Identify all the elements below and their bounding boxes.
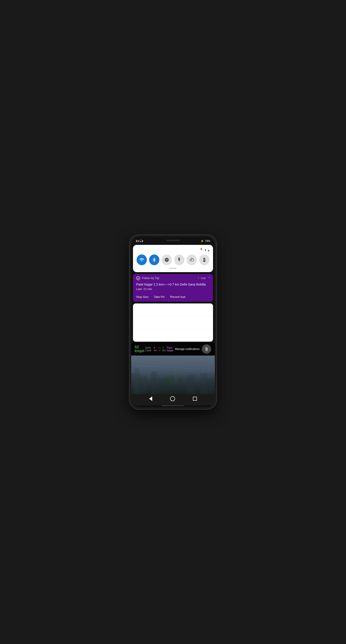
recents-button[interactable] [193,397,197,401]
dnd-icon [164,258,169,262]
svg-rect-13 [207,378,215,394]
station-name: Patel Nagar [167,346,175,352]
wifi-toggle[interactable] [137,254,147,265]
flashlight-icon [177,258,182,262]
empty-notif-slot-2 [133,316,213,329]
route-arrow: <---> [158,346,162,352]
notification-actions: Stop Geo Take Pic Record Aud [133,294,213,302]
charging-icon: ⚡ [201,240,204,242]
paperclip-icon [204,347,209,351]
manage-notifications-button[interactable]: Manage notifications [175,346,200,352]
notification-subtitle: Late: 22 min [136,287,210,291]
earpiece-speaker [166,240,180,241]
route-label: Delhi Cantt [145,346,153,352]
map-background [131,356,215,394]
svg-line-1 [131,368,215,372]
route-km1: 5 km [154,346,157,352]
notif-app-name: Follow my Trip [142,276,196,280]
svg-rect-9 [151,372,157,394]
notification-header: ⊕ Follow my Trip • now ^ [133,274,213,282]
attachment-button[interactable] [202,344,211,354]
notification-title: Patel Nagar 2.2 km<--->0.7 km Delhi Sara… [136,282,210,287]
back-button[interactable] [149,396,152,401]
quick-settings-panel: 📍 ▾ ▴ [133,245,213,272]
autorotate-icon [189,258,194,262]
battery-saver-toggle[interactable] [199,254,209,265]
empty-notif-slot-3 [133,329,213,342]
recents-square-icon [193,397,197,401]
navigation-bar [131,394,215,405]
svg-point-16 [178,378,183,384]
signal-status-icon: ▴ [208,248,209,252]
bottom-indicator-bar [162,405,184,406]
speed-display: 62 kmph [135,345,144,353]
qs-status-row: 📍 ▾ ▴ [137,248,209,252]
svg-line-0 [131,365,215,370]
empty-notif-slot-1 [133,304,213,316]
wifi-status-icon: ▾ [205,248,206,252]
record-aud-button[interactable]: Record Aud [170,295,185,298]
notification-card: ⊕ Follow my Trip • now ^ Patel Nagar 2.2… [133,274,213,302]
bluetooth-toggle[interactable] [149,254,159,265]
quick-settings-toggles [137,254,209,265]
notif-app-icon: ⊕ [136,276,140,280]
battery-percentage: 76% [205,240,210,242]
battery-saver-icon [202,258,207,262]
svg-rect-8 [140,376,147,394]
quick-settings-handle [169,268,177,268]
dnd-toggle[interactable] [162,254,172,265]
empty-notifications-area [133,304,213,342]
front-camera [140,239,142,242]
notification-body: Patel Nagar 2.2 km<--->0.7 km Delhi Sara… [133,282,213,294]
back-arrow-icon [149,396,152,401]
location-status-icon: 📍 [199,248,203,252]
home-button[interactable] [170,396,175,401]
svg-rect-11 [187,375,195,394]
autorotate-toggle[interactable] [187,254,197,265]
svg-rect-12 [201,373,207,394]
notif-time: now [201,276,206,280]
status-icons: ⚡ 76% [201,240,210,242]
wifi-icon [139,258,144,262]
svg-line-2 [131,363,215,367]
home-circle-icon [170,396,175,401]
app-info-bar: 62 kmph Delhi Cantt 5 km <---> 1 km Pate… [131,342,215,356]
notif-expand-icon[interactable]: ^ [208,276,210,280]
stop-geo-button[interactable]: Stop Geo [136,295,148,298]
flashlight-toggle[interactable] [174,254,184,265]
route-km2: 1 km [162,346,166,352]
take-pic-button[interactable]: Take Pic [154,295,165,298]
svg-rect-7 [135,368,139,394]
bluetooth-icon [152,258,157,262]
svg-point-15 [168,375,175,384]
